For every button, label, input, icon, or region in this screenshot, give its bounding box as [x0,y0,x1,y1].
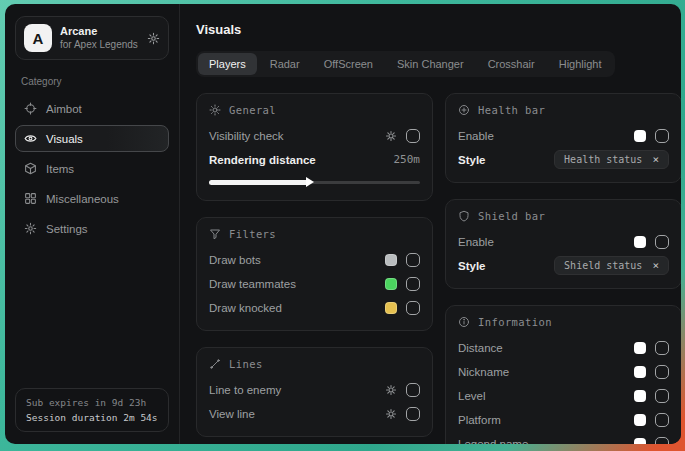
setting-row-line-to-enemy: Line to enemy [209,379,420,400]
sub-expiry-text: Sub expires in 9d 23h [26,397,158,408]
rendering-distance-slider[interactable] [209,176,420,188]
style-select[interactable]: Health status × [554,150,669,169]
style-select[interactable]: Shield status × [554,256,669,275]
setting-label: Draw knocked [209,302,282,314]
color-swatch[interactable] [385,278,397,290]
remove-tag-icon[interactable]: × [652,260,659,271]
checkbox[interactable] [655,365,669,379]
sidebar-item-label: Visuals [46,133,83,145]
app-logo: A [24,24,52,52]
checkbox[interactable] [406,301,420,315]
slider-thumb[interactable] [306,177,314,187]
setting-row-visibility-check: Visibility check [209,125,420,146]
category-label: Category [21,76,163,87]
checkbox[interactable] [655,437,669,445]
app-subtitle: for Apex Legends [60,39,139,52]
color-swatch[interactable] [385,254,397,266]
setting-label: Line to enemy [209,384,281,396]
checkbox[interactable] [406,277,420,291]
tab-crosshair[interactable]: Crosshair [477,53,546,75]
color-swatch[interactable] [634,236,646,248]
tab-highlight[interactable]: Highlight [548,53,613,75]
gear-icon[interactable] [385,130,397,142]
tab-bar: Players Radar OffScreen Skin Changer Cro… [196,51,615,77]
setting-label: Distance [458,342,503,354]
setting-label: Enable [458,236,494,248]
section-title: Shield bar [478,210,545,222]
color-swatch[interactable] [634,438,646,445]
section-title: Lines [229,358,263,370]
diagonal-line-icon [209,358,221,370]
setting-row-level: Level [458,385,669,406]
checkbox[interactable] [406,407,420,421]
shield-icon [458,210,470,222]
color-swatch[interactable] [634,342,646,354]
sidebar-item-settings[interactable]: Settings [15,215,169,242]
remove-tag-icon[interactable]: × [652,154,659,165]
checkbox[interactable] [655,235,669,249]
main-panel: Visuals Players Radar OffScreen Skin Cha… [180,4,681,444]
card-information: Information Distance Nickname [445,305,681,444]
color-swatch[interactable] [634,390,646,402]
page-title: Visuals [196,22,665,37]
slider-value: 250m [394,153,421,166]
color-swatch[interactable] [634,414,646,426]
setting-label: View line [209,408,255,420]
info-circle-icon [458,316,470,328]
sidebar-item-visuals[interactable]: Visuals [15,125,169,152]
setting-label: Style [458,154,486,166]
tab-skin-changer[interactable]: Skin Changer [386,53,475,75]
setting-row-draw-knocked: Draw knocked [209,297,420,318]
gear-icon[interactable] [147,32,160,45]
setting-row-view-line: View line [209,403,420,424]
setting-label: Nickname [458,366,509,378]
section-title: Health bar [478,104,545,116]
setting-label: Draw bots [209,254,261,266]
setting-row-rendering-distance: Rendering distance 250m [209,149,420,170]
subscription-info: Sub expires in 9d 23h Session duration 2… [15,388,169,432]
setting-label: Legend name [458,438,528,445]
setting-label: Visibility check [209,130,284,142]
tab-players[interactable]: Players [198,53,257,75]
color-swatch[interactable] [634,130,646,142]
sidebar-item-items[interactable]: Items [15,155,169,182]
tab-radar[interactable]: Radar [259,53,311,75]
color-swatch[interactable] [385,302,397,314]
setting-row-legend-name: Legend name [458,433,669,444]
sidebar: A Arcane for Apex Legends Category Aimbo… [5,4,180,444]
card-shield-bar: Shield bar Enable Style Shield status [445,199,681,289]
checkbox[interactable] [406,253,420,267]
card-health-bar: Health bar Enable Style Health status [445,93,681,183]
setting-label: Style [458,260,486,272]
setting-row-shield-style: Style Shield status × [458,255,669,276]
sidebar-item-miscellaneous[interactable]: Miscellaneous [15,185,169,212]
setting-row-nickname: Nickname [458,361,669,382]
tab-offscreen[interactable]: OffScreen [313,53,384,75]
setting-row-shield-enable: Enable [458,231,669,252]
funnel-icon [209,228,221,240]
card-general: General Visibility check [196,93,433,201]
sidebar-item-label: Items [46,163,74,175]
style-tag-label: Shield status [564,260,642,271]
color-swatch[interactable] [634,366,646,378]
gear-icon[interactable] [385,384,397,396]
checkbox[interactable] [406,383,420,397]
section-title: General [229,104,276,116]
setting-label: Draw teammates [209,278,296,290]
app-title: Arcane [60,25,139,39]
checkbox[interactable] [655,413,669,427]
setting-row-draw-teammates: Draw teammates [209,273,420,294]
setting-label: Level [458,390,486,402]
setting-row-distance: Distance [458,337,669,358]
checkbox[interactable] [655,129,669,143]
gear-icon [24,222,37,235]
logo-card: A Arcane for Apex Legends [15,16,169,60]
sidebar-item-aimbot[interactable]: Aimbot [15,95,169,122]
checkbox[interactable] [655,389,669,403]
setting-row-draw-bots: Draw bots [209,249,420,270]
setting-row-health-enable: Enable [458,125,669,146]
gear-icon[interactable] [385,408,397,420]
section-title: Filters [229,228,276,240]
checkbox[interactable] [406,129,420,143]
checkbox[interactable] [655,341,669,355]
